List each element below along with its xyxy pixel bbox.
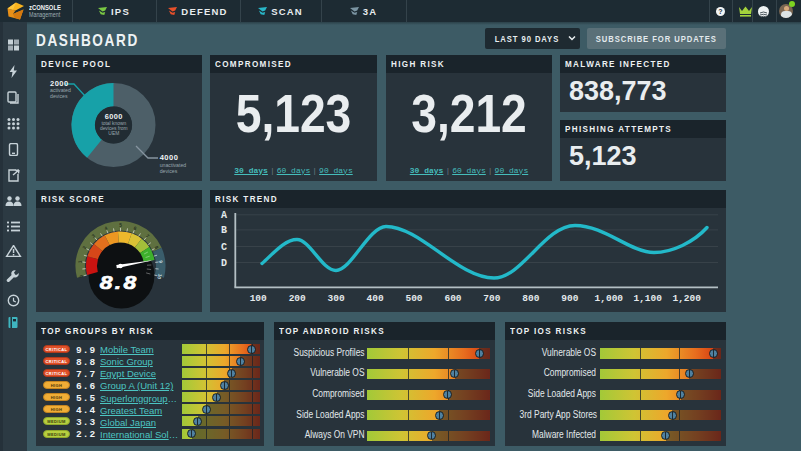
svg-text:500: 500 <box>405 293 422 304</box>
svg-text:700: 700 <box>483 293 500 304</box>
svg-text:devices from: devices from <box>100 126 128 131</box>
svg-text:5: 5 <box>119 223 122 228</box>
svg-text:900: 900 <box>561 293 578 304</box>
svg-text:C: C <box>221 242 227 253</box>
svg-text:UEM: UEM <box>108 131 119 136</box>
svg-text:devices: devices <box>160 168 178 174</box>
svg-text:300: 300 <box>328 293 345 304</box>
svg-text:A: A <box>221 210 227 221</box>
svg-text:B: B <box>221 225 227 236</box>
svg-text:200: 200 <box>289 293 306 304</box>
svg-text:activated: activated <box>50 87 71 93</box>
svg-text:devices: devices <box>50 93 68 99</box>
svg-text:1,100: 1,100 <box>633 293 662 304</box>
svg-text:800: 800 <box>522 293 539 304</box>
svg-text:100: 100 <box>250 293 267 304</box>
svg-text:D: D <box>221 258 227 269</box>
svg-text:8.8: 8.8 <box>100 271 139 292</box>
svg-text:1,200: 1,200 <box>672 293 701 304</box>
svg-text:unactivated: unactivated <box>160 162 187 168</box>
svg-text:1,000: 1,000 <box>595 293 624 304</box>
svg-text:400: 400 <box>367 293 384 304</box>
svg-text:600: 600 <box>444 293 461 304</box>
